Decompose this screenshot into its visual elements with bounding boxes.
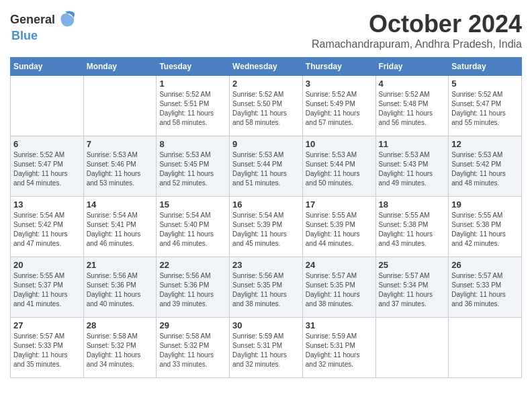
day-detail: Sunrise: 5:56 AMSunset: 5:35 PMDaylight:… — [232, 271, 300, 309]
calendar-day-cell: 23Sunrise: 5:56 AMSunset: 5:35 PMDayligh… — [230, 257, 303, 318]
calendar-day-cell: 11Sunrise: 5:53 AMSunset: 5:43 PMDayligh… — [375, 136, 449, 197]
calendar-day-cell: 18Sunrise: 5:55 AMSunset: 5:38 PMDayligh… — [375, 197, 449, 257]
calendar-day-cell — [11, 76, 84, 136]
day-number: 1 — [159, 79, 226, 89]
day-detail: Sunrise: 5:59 AMSunset: 5:31 PMDaylight:… — [306, 332, 373, 369]
day-number: 24 — [306, 260, 373, 270]
day-detail: Sunrise: 5:57 AMSunset: 5:35 PMDaylight:… — [306, 271, 373, 309]
calendar-day-cell: 2Sunrise: 5:52 AMSunset: 5:50 PMDaylight… — [230, 76, 303, 136]
calendar-day-cell: 24Sunrise: 5:57 AMSunset: 5:35 PMDayligh… — [302, 257, 375, 318]
day-number: 28 — [87, 320, 154, 330]
day-number: 9 — [232, 139, 300, 149]
day-of-week-header: Sunday — [11, 58, 84, 76]
calendar-day-cell: 6Sunrise: 5:52 AMSunset: 5:47 PMDaylight… — [11, 136, 84, 197]
day-number: 10 — [306, 139, 373, 149]
day-number: 13 — [13, 199, 81, 210]
day-detail: Sunrise: 5:57 AMSunset: 5:33 PMDaylight:… — [13, 332, 81, 369]
day-number: 2 — [232, 79, 300, 89]
day-detail: Sunrise: 5:56 AMSunset: 5:36 PMDaylight:… — [159, 271, 226, 309]
day-number: 8 — [159, 139, 226, 149]
day-number: 27 — [13, 320, 81, 330]
calendar-day-cell: 20Sunrise: 5:55 AMSunset: 5:37 PMDayligh… — [11, 257, 84, 318]
day-of-week-header: Friday — [375, 58, 449, 76]
day-of-week-header: Saturday — [449, 58, 522, 76]
day-number: 26 — [451, 260, 519, 270]
calendar-day-cell: 4Sunrise: 5:52 AMSunset: 5:48 PMDaylight… — [375, 76, 449, 136]
day-detail: Sunrise: 5:54 AMSunset: 5:39 PMDaylight:… — [232, 211, 300, 248]
day-detail: Sunrise: 5:55 AMSunset: 5:38 PMDaylight:… — [451, 211, 519, 248]
logo-icon — [58, 10, 77, 29]
logo-text-general: General — [10, 13, 55, 27]
day-detail: Sunrise: 5:53 AMSunset: 5:45 PMDaylight:… — [159, 150, 226, 188]
day-detail: Sunrise: 5:52 AMSunset: 5:50 PMDaylight:… — [232, 90, 300, 128]
day-detail: Sunrise: 5:52 AMSunset: 5:51 PMDaylight:… — [159, 90, 226, 128]
calendar-day-cell: 30Sunrise: 5:59 AMSunset: 5:31 PMDayligh… — [230, 318, 303, 378]
logo-text-blue: Blue — [11, 29, 38, 42]
calendar-day-cell: 7Sunrise: 5:53 AMSunset: 5:46 PMDaylight… — [83, 136, 157, 197]
day-of-week-header: Tuesday — [157, 58, 230, 76]
day-detail: Sunrise: 5:52 AMSunset: 5:49 PMDaylight:… — [306, 90, 373, 128]
day-detail: Sunrise: 5:54 AMSunset: 5:42 PMDaylight:… — [13, 211, 81, 248]
day-number: 4 — [379, 79, 446, 89]
day-detail: Sunrise: 5:54 AMSunset: 5:41 PMDaylight:… — [87, 211, 154, 248]
day-detail: Sunrise: 5:52 AMSunset: 5:47 PMDaylight:… — [451, 90, 519, 128]
day-detail: Sunrise: 5:53 AMSunset: 5:43 PMDaylight:… — [379, 150, 446, 188]
calendar-day-cell: 31Sunrise: 5:59 AMSunset: 5:31 PMDayligh… — [302, 318, 375, 378]
calendar-table: SundayMondayTuesdayWednesdayThursdayFrid… — [10, 57, 522, 378]
day-number: 29 — [159, 320, 226, 330]
calendar-day-cell: 9Sunrise: 5:53 AMSunset: 5:44 PMDaylight… — [230, 136, 303, 197]
calendar-day-cell: 8Sunrise: 5:53 AMSunset: 5:45 PMDaylight… — [157, 136, 230, 197]
calendar-day-cell: 26Sunrise: 5:57 AMSunset: 5:33 PMDayligh… — [449, 257, 522, 318]
logo: General Blue — [10, 10, 77, 43]
day-number: 30 — [232, 320, 300, 330]
day-detail: Sunrise: 5:59 AMSunset: 5:31 PMDaylight:… — [232, 332, 300, 369]
day-detail: Sunrise: 5:55 AMSunset: 5:37 PMDaylight:… — [13, 271, 81, 309]
day-detail: Sunrise: 5:58 AMSunset: 5:32 PMDaylight:… — [159, 332, 226, 369]
calendar-week-row: 20Sunrise: 5:55 AMSunset: 5:37 PMDayligh… — [11, 257, 522, 318]
title-section: October 2024 Ramachandrapuram, Andhra Pr… — [312, 10, 522, 50]
day-detail: Sunrise: 5:53 AMSunset: 5:44 PMDaylight:… — [232, 150, 300, 188]
day-detail: Sunrise: 5:53 AMSunset: 5:42 PMDaylight:… — [451, 150, 519, 188]
day-number: 17 — [306, 199, 373, 210]
calendar-day-cell: 15Sunrise: 5:54 AMSunset: 5:40 PMDayligh… — [157, 197, 230, 257]
calendar-day-cell: 16Sunrise: 5:54 AMSunset: 5:39 PMDayligh… — [230, 197, 303, 257]
calendar-day-cell: 10Sunrise: 5:53 AMSunset: 5:44 PMDayligh… — [302, 136, 375, 197]
calendar-day-cell: 5Sunrise: 5:52 AMSunset: 5:47 PMDaylight… — [449, 76, 522, 136]
calendar-week-row: 1Sunrise: 5:52 AMSunset: 5:51 PMDaylight… — [11, 76, 522, 136]
month-title: October 2024 — [312, 10, 522, 38]
calendar-day-cell: 27Sunrise: 5:57 AMSunset: 5:33 PMDayligh… — [11, 318, 84, 378]
calendar-week-row: 27Sunrise: 5:57 AMSunset: 5:33 PMDayligh… — [11, 318, 522, 378]
day-number: 7 — [87, 139, 154, 149]
calendar-week-row: 6Sunrise: 5:52 AMSunset: 5:47 PMDaylight… — [11, 136, 522, 197]
calendar-week-row: 13Sunrise: 5:54 AMSunset: 5:42 PMDayligh… — [11, 197, 522, 257]
day-number: 19 — [451, 199, 519, 210]
day-detail: Sunrise: 5:58 AMSunset: 5:32 PMDaylight:… — [87, 332, 154, 369]
calendar-day-cell: 28Sunrise: 5:58 AMSunset: 5:32 PMDayligh… — [83, 318, 157, 378]
day-number: 14 — [87, 199, 154, 210]
day-number: 3 — [306, 79, 373, 89]
calendar-day-cell: 17Sunrise: 5:55 AMSunset: 5:39 PMDayligh… — [302, 197, 375, 257]
day-of-week-header: Monday — [83, 58, 157, 76]
day-detail: Sunrise: 5:55 AMSunset: 5:39 PMDaylight:… — [306, 211, 373, 248]
calendar-day-cell — [83, 76, 157, 136]
calendar-day-cell: 13Sunrise: 5:54 AMSunset: 5:42 PMDayligh… — [11, 197, 84, 257]
day-number: 5 — [451, 79, 519, 89]
calendar-day-cell — [375, 318, 449, 378]
day-of-week-header: Wednesday — [230, 58, 303, 76]
day-detail: Sunrise: 5:54 AMSunset: 5:40 PMDaylight:… — [159, 211, 226, 248]
day-detail: Sunrise: 5:52 AMSunset: 5:48 PMDaylight:… — [379, 90, 446, 128]
calendar-day-cell: 14Sunrise: 5:54 AMSunset: 5:41 PMDayligh… — [83, 197, 157, 257]
day-detail: Sunrise: 5:57 AMSunset: 5:34 PMDaylight:… — [379, 271, 446, 309]
day-number: 16 — [232, 199, 300, 210]
calendar-day-cell: 25Sunrise: 5:57 AMSunset: 5:34 PMDayligh… — [375, 257, 449, 318]
day-number: 6 — [13, 139, 81, 149]
day-number: 21 — [87, 260, 154, 270]
header: General Blue October 2024 Ramachandrapur… — [10, 10, 522, 50]
day-number: 31 — [306, 320, 373, 330]
day-number: 12 — [451, 139, 519, 149]
day-number: 25 — [379, 260, 446, 270]
day-detail: Sunrise: 5:52 AMSunset: 5:47 PMDaylight:… — [13, 150, 81, 188]
calendar-day-cell: 3Sunrise: 5:52 AMSunset: 5:49 PMDaylight… — [302, 76, 375, 136]
day-number: 11 — [379, 139, 446, 149]
day-number: 15 — [159, 199, 226, 210]
